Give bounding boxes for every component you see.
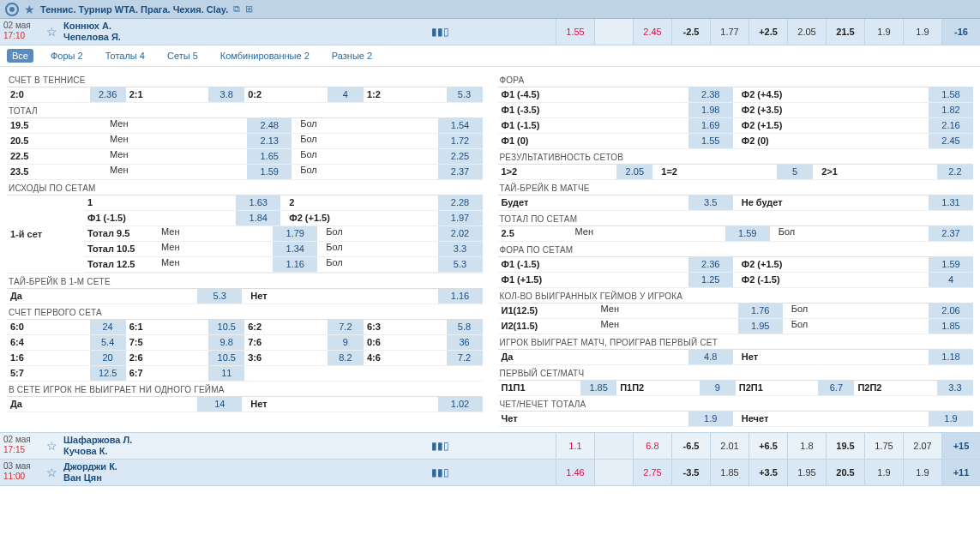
bet-odd[interactable]: 4 — [929, 273, 973, 287]
bet-odd[interactable]: 10.5 — [208, 320, 244, 334]
bet-odd[interactable]: 1.34 — [273, 242, 317, 256]
tab-handicap[interactable]: Форы 2 — [45, 49, 88, 63]
odd[interactable]: -2.5 — [671, 19, 710, 45]
bet-odd[interactable]: 1.69 — [688, 118, 733, 133]
odd[interactable]: 1.1 — [556, 433, 594, 459]
bet-odd[interactable]: 1.85 — [580, 381, 616, 395]
bet-odd[interactable]: 1.95 — [738, 319, 783, 334]
odd[interactable] — [594, 460, 633, 485]
bet-odd[interactable]: 1.85 — [929, 319, 973, 334]
fav-star-icon[interactable]: ★ — [24, 3, 35, 16]
bet-odd[interactable]: 1.31 — [929, 195, 973, 210]
odd[interactable]: +11 — [941, 460, 980, 485]
bet-odd[interactable]: 1.79 — [273, 226, 317, 241]
odd[interactable]: +2.5 — [749, 19, 787, 45]
bet-odd[interactable]: 2.02 — [438, 226, 483, 241]
bet-odd[interactable]: 1.02 — [438, 397, 483, 412]
bet-odd[interactable]: 2.28 — [438, 195, 483, 210]
bet-odd[interactable]: 3.3 — [937, 381, 973, 395]
bet-odd[interactable]: 7.2 — [447, 351, 483, 365]
bet-odd[interactable]: 5.3 — [447, 87, 483, 102]
tab-totals[interactable]: Тоталы 4 — [100, 49, 150, 63]
stats-icon[interactable]: ▮▮▯ — [429, 433, 451, 459]
bet-odd[interactable]: 3.3 — [438, 242, 483, 256]
bet-odd[interactable]: 9 — [700, 381, 736, 395]
bet-odd[interactable]: 1.59 — [725, 226, 770, 241]
bet-odd[interactable]: 5.4 — [90, 335, 126, 350]
odd[interactable]: +6.5 — [749, 433, 787, 459]
bet-odd[interactable]: 1.16 — [438, 289, 483, 304]
bet-odd[interactable]: 7.2 — [328, 320, 364, 334]
odd[interactable]: 2.01 — [710, 433, 749, 459]
bet-odd[interactable]: 36 — [447, 335, 483, 350]
stats-icon[interactable]: ▮▮▯ — [429, 460, 451, 485]
odd[interactable]: 19.5 — [826, 433, 864, 459]
odd[interactable]: 1.77 — [710, 19, 749, 45]
bet-odd[interactable]: 1.72 — [438, 134, 483, 148]
odd[interactable]: 21.5 — [826, 19, 864, 45]
odd[interactable]: 2.05 — [787, 19, 826, 45]
bet-odd[interactable]: 2.2 — [937, 165, 973, 179]
fav-star-icon[interactable]: ☆ — [46, 25, 57, 39]
bet-odd[interactable]: 2.36 — [90, 87, 126, 102]
odd[interactable]: 20.5 — [826, 460, 864, 485]
bet-odd[interactable]: 1.55 — [688, 134, 733, 148]
odd[interactable] — [594, 433, 633, 459]
bet-odd[interactable]: 4 — [328, 87, 364, 102]
bet-odd[interactable]: 1.54 — [438, 118, 483, 133]
odd[interactable]: +3.5 — [749, 460, 787, 485]
bet-odd[interactable]: 9.8 — [208, 335, 244, 350]
odd[interactable]: 1.75 — [864, 433, 903, 459]
bet-odd[interactable]: 24 — [90, 320, 126, 334]
bet-odd[interactable]: 5 — [777, 165, 813, 179]
tab-sets[interactable]: Сеты 5 — [162, 49, 203, 63]
bet-odd[interactable]: 1.59 — [929, 257, 973, 272]
bet-odd[interactable]: 5.3 — [197, 289, 242, 304]
bet-odd[interactable]: 1.97 — [438, 211, 483, 225]
odd[interactable]: 1.95 — [787, 460, 826, 485]
odd[interactable]: +15 — [941, 433, 980, 459]
bet-odd[interactable]: 5.3 — [438, 257, 483, 272]
odd[interactable]: 1.85 — [710, 460, 749, 485]
copy-icon[interactable]: ⧉ — [233, 3, 240, 15]
bet-odd[interactable]: 2.38 — [688, 87, 733, 102]
odd[interactable]: 1.9 — [903, 460, 941, 485]
fav-star-icon[interactable]: ☆ — [46, 439, 57, 453]
tab-other[interactable]: Разные 2 — [327, 49, 377, 63]
bet-odd[interactable]: 2.13 — [247, 134, 292, 148]
bet-odd[interactable]: 14 — [197, 397, 242, 412]
bet-odd[interactable]: 11 — [208, 366, 244, 381]
bet-odd[interactable]: 2.16 — [929, 118, 973, 133]
fav-star-icon[interactable]: ☆ — [46, 466, 57, 479]
match-teams[interactable]: Коннюх А. Чепелова Я. — [60, 19, 429, 45]
bet-odd[interactable]: 6.7 — [818, 381, 854, 395]
odd[interactable]: -3.5 — [671, 460, 710, 485]
tab-combo[interactable]: Комбинированные 2 — [215, 49, 315, 63]
bet-odd[interactable]: 1.25 — [688, 273, 733, 287]
odd[interactable]: 2.07 — [903, 433, 941, 459]
bet-odd[interactable]: 1.98 — [688, 103, 733, 117]
match-teams[interactable]: Шафаржова Л.Кучова К. — [60, 433, 429, 459]
odd[interactable]: 2.75 — [633, 460, 671, 485]
bet-odd[interactable]: 20 — [90, 351, 126, 365]
bet-odd[interactable]: 1.9 — [688, 412, 733, 426]
bet-odd[interactable]: 1.82 — [929, 103, 973, 117]
bet-odd[interactable]: 1.18 — [929, 350, 973, 364]
odd[interactable]: 1.9 — [864, 19, 903, 45]
odd[interactable]: 6.8 — [633, 433, 671, 459]
odd[interactable]: -16 — [941, 19, 980, 45]
bet-odd[interactable]: 2.37 — [438, 165, 483, 179]
bet-odd[interactable]: 2.05 — [616, 165, 652, 179]
bet-odd[interactable]: 2.36 — [688, 257, 733, 272]
bet-odd[interactable]: 1.76 — [738, 304, 783, 318]
bet-odd[interactable]: 2.37 — [929, 226, 973, 241]
odd[interactable] — [594, 19, 633, 45]
bet-odd[interactable]: 1.16 — [273, 257, 317, 272]
odd[interactable]: 2.45 — [633, 19, 671, 45]
odd[interactable]: 1.9 — [864, 460, 903, 485]
bet-odd[interactable]: 1.84 — [236, 211, 280, 225]
odd[interactable]: 1.55 — [556, 19, 594, 45]
stats-icon[interactable]: ▮▮▯ — [429, 19, 451, 45]
odd[interactable]: -6.5 — [671, 433, 710, 459]
odd[interactable]: 1.9 — [903, 19, 941, 45]
